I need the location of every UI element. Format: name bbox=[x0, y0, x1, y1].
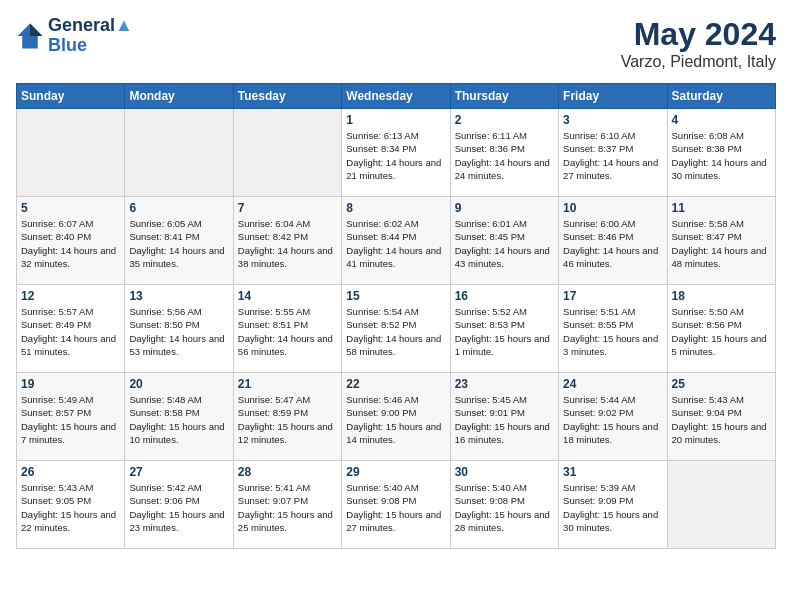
calendar-cell: 26Sunrise: 5:43 AMSunset: 9:05 PMDayligh… bbox=[17, 461, 125, 549]
day-number: 12 bbox=[21, 289, 120, 303]
day-info: Sunrise: 5:57 AMSunset: 8:49 PMDaylight:… bbox=[21, 305, 120, 358]
day-number: 8 bbox=[346, 201, 445, 215]
day-number: 9 bbox=[455, 201, 554, 215]
day-number: 23 bbox=[455, 377, 554, 391]
day-number: 3 bbox=[563, 113, 662, 127]
calendar-cell: 2Sunrise: 6:11 AMSunset: 8:36 PMDaylight… bbox=[450, 109, 558, 197]
calendar-cell: 11Sunrise: 5:58 AMSunset: 8:47 PMDayligh… bbox=[667, 197, 775, 285]
day-number: 10 bbox=[563, 201, 662, 215]
day-of-week-header: Friday bbox=[559, 84, 667, 109]
day-info: Sunrise: 5:52 AMSunset: 8:53 PMDaylight:… bbox=[455, 305, 554, 358]
calendar-cell: 25Sunrise: 5:43 AMSunset: 9:04 PMDayligh… bbox=[667, 373, 775, 461]
calendar-week-row: 26Sunrise: 5:43 AMSunset: 9:05 PMDayligh… bbox=[17, 461, 776, 549]
calendar-cell: 4Sunrise: 6:08 AMSunset: 8:38 PMDaylight… bbox=[667, 109, 775, 197]
calendar-cell: 22Sunrise: 5:46 AMSunset: 9:00 PMDayligh… bbox=[342, 373, 450, 461]
calendar-cell: 27Sunrise: 5:42 AMSunset: 9:06 PMDayligh… bbox=[125, 461, 233, 549]
calendar-cell: 3Sunrise: 6:10 AMSunset: 8:37 PMDaylight… bbox=[559, 109, 667, 197]
day-of-week-header: Tuesday bbox=[233, 84, 341, 109]
calendar-cell: 20Sunrise: 5:48 AMSunset: 8:58 PMDayligh… bbox=[125, 373, 233, 461]
day-info: Sunrise: 5:50 AMSunset: 8:56 PMDaylight:… bbox=[672, 305, 771, 358]
day-info: Sunrise: 5:54 AMSunset: 8:52 PMDaylight:… bbox=[346, 305, 445, 358]
day-number: 14 bbox=[238, 289, 337, 303]
day-number: 15 bbox=[346, 289, 445, 303]
calendar-cell: 17Sunrise: 5:51 AMSunset: 8:55 PMDayligh… bbox=[559, 285, 667, 373]
day-info: Sunrise: 5:47 AMSunset: 8:59 PMDaylight:… bbox=[238, 393, 337, 446]
calendar-cell: 21Sunrise: 5:47 AMSunset: 8:59 PMDayligh… bbox=[233, 373, 341, 461]
day-info: Sunrise: 6:07 AMSunset: 8:40 PMDaylight:… bbox=[21, 217, 120, 270]
calendar-cell bbox=[667, 461, 775, 549]
day-of-week-header: Sunday bbox=[17, 84, 125, 109]
calendar-cell: 9Sunrise: 6:01 AMSunset: 8:45 PMDaylight… bbox=[450, 197, 558, 285]
calendar-cell bbox=[233, 109, 341, 197]
calendar-cell: 6Sunrise: 6:05 AMSunset: 8:41 PMDaylight… bbox=[125, 197, 233, 285]
svg-marker-1 bbox=[30, 23, 42, 35]
calendar-cell: 13Sunrise: 5:56 AMSunset: 8:50 PMDayligh… bbox=[125, 285, 233, 373]
day-number: 21 bbox=[238, 377, 337, 391]
calendar-week-row: 1Sunrise: 6:13 AMSunset: 8:34 PMDaylight… bbox=[17, 109, 776, 197]
day-number: 27 bbox=[129, 465, 228, 479]
day-info: Sunrise: 5:51 AMSunset: 8:55 PMDaylight:… bbox=[563, 305, 662, 358]
day-number: 1 bbox=[346, 113, 445, 127]
day-info: Sunrise: 6:08 AMSunset: 8:38 PMDaylight:… bbox=[672, 129, 771, 182]
day-number: 31 bbox=[563, 465, 662, 479]
day-number: 4 bbox=[672, 113, 771, 127]
page-header: General▲ Blue May 2024 Varzo, Piedmont, … bbox=[16, 16, 776, 71]
day-number: 5 bbox=[21, 201, 120, 215]
day-of-week-header: Thursday bbox=[450, 84, 558, 109]
day-number: 22 bbox=[346, 377, 445, 391]
calendar-cell: 8Sunrise: 6:02 AMSunset: 8:44 PMDaylight… bbox=[342, 197, 450, 285]
day-number: 19 bbox=[21, 377, 120, 391]
day-info: Sunrise: 5:43 AMSunset: 9:05 PMDaylight:… bbox=[21, 481, 120, 534]
day-number: 26 bbox=[21, 465, 120, 479]
day-number: 28 bbox=[238, 465, 337, 479]
logo-icon bbox=[16, 22, 44, 50]
calendar-cell: 16Sunrise: 5:52 AMSunset: 8:53 PMDayligh… bbox=[450, 285, 558, 373]
calendar-cell: 29Sunrise: 5:40 AMSunset: 9:08 PMDayligh… bbox=[342, 461, 450, 549]
day-info: Sunrise: 5:58 AMSunset: 8:47 PMDaylight:… bbox=[672, 217, 771, 270]
day-number: 20 bbox=[129, 377, 228, 391]
day-number: 11 bbox=[672, 201, 771, 215]
day-number: 6 bbox=[129, 201, 228, 215]
day-info: Sunrise: 5:46 AMSunset: 9:00 PMDaylight:… bbox=[346, 393, 445, 446]
day-number: 29 bbox=[346, 465, 445, 479]
logo-text: General▲ Blue bbox=[48, 16, 133, 56]
location-subtitle: Varzo, Piedmont, Italy bbox=[621, 53, 776, 71]
calendar-cell: 5Sunrise: 6:07 AMSunset: 8:40 PMDaylight… bbox=[17, 197, 125, 285]
day-info: Sunrise: 6:02 AMSunset: 8:44 PMDaylight:… bbox=[346, 217, 445, 270]
day-number: 16 bbox=[455, 289, 554, 303]
day-info: Sunrise: 5:48 AMSunset: 8:58 PMDaylight:… bbox=[129, 393, 228, 446]
calendar-cell: 10Sunrise: 6:00 AMSunset: 8:46 PMDayligh… bbox=[559, 197, 667, 285]
day-number: 25 bbox=[672, 377, 771, 391]
day-of-week-header: Monday bbox=[125, 84, 233, 109]
calendar-cell: 30Sunrise: 5:40 AMSunset: 9:08 PMDayligh… bbox=[450, 461, 558, 549]
day-info: Sunrise: 6:00 AMSunset: 8:46 PMDaylight:… bbox=[563, 217, 662, 270]
day-info: Sunrise: 5:40 AMSunset: 9:08 PMDaylight:… bbox=[346, 481, 445, 534]
day-info: Sunrise: 5:55 AMSunset: 8:51 PMDaylight:… bbox=[238, 305, 337, 358]
calendar-cell: 31Sunrise: 5:39 AMSunset: 9:09 PMDayligh… bbox=[559, 461, 667, 549]
day-info: Sunrise: 6:05 AMSunset: 8:41 PMDaylight:… bbox=[129, 217, 228, 270]
day-of-week-header: Wednesday bbox=[342, 84, 450, 109]
calendar-cell: 15Sunrise: 5:54 AMSunset: 8:52 PMDayligh… bbox=[342, 285, 450, 373]
calendar-week-row: 12Sunrise: 5:57 AMSunset: 8:49 PMDayligh… bbox=[17, 285, 776, 373]
day-info: Sunrise: 5:56 AMSunset: 8:50 PMDaylight:… bbox=[129, 305, 228, 358]
logo: General▲ Blue bbox=[16, 16, 133, 56]
calendar-cell: 14Sunrise: 5:55 AMSunset: 8:51 PMDayligh… bbox=[233, 285, 341, 373]
day-number: 13 bbox=[129, 289, 228, 303]
day-number: 30 bbox=[455, 465, 554, 479]
day-info: Sunrise: 5:42 AMSunset: 9:06 PMDaylight:… bbox=[129, 481, 228, 534]
calendar-cell: 1Sunrise: 6:13 AMSunset: 8:34 PMDaylight… bbox=[342, 109, 450, 197]
day-info: Sunrise: 6:04 AMSunset: 8:42 PMDaylight:… bbox=[238, 217, 337, 270]
day-info: Sunrise: 5:45 AMSunset: 9:01 PMDaylight:… bbox=[455, 393, 554, 446]
calendar-cell bbox=[17, 109, 125, 197]
calendar-header-row: SundayMondayTuesdayWednesdayThursdayFrid… bbox=[17, 84, 776, 109]
day-info: Sunrise: 5:39 AMSunset: 9:09 PMDaylight:… bbox=[563, 481, 662, 534]
day-number: 7 bbox=[238, 201, 337, 215]
day-info: Sunrise: 6:13 AMSunset: 8:34 PMDaylight:… bbox=[346, 129, 445, 182]
day-info: Sunrise: 5:40 AMSunset: 9:08 PMDaylight:… bbox=[455, 481, 554, 534]
calendar-cell: 23Sunrise: 5:45 AMSunset: 9:01 PMDayligh… bbox=[450, 373, 558, 461]
calendar-cell bbox=[125, 109, 233, 197]
calendar-cell: 19Sunrise: 5:49 AMSunset: 8:57 PMDayligh… bbox=[17, 373, 125, 461]
day-info: Sunrise: 5:41 AMSunset: 9:07 PMDaylight:… bbox=[238, 481, 337, 534]
day-info: Sunrise: 6:01 AMSunset: 8:45 PMDaylight:… bbox=[455, 217, 554, 270]
calendar-week-row: 19Sunrise: 5:49 AMSunset: 8:57 PMDayligh… bbox=[17, 373, 776, 461]
